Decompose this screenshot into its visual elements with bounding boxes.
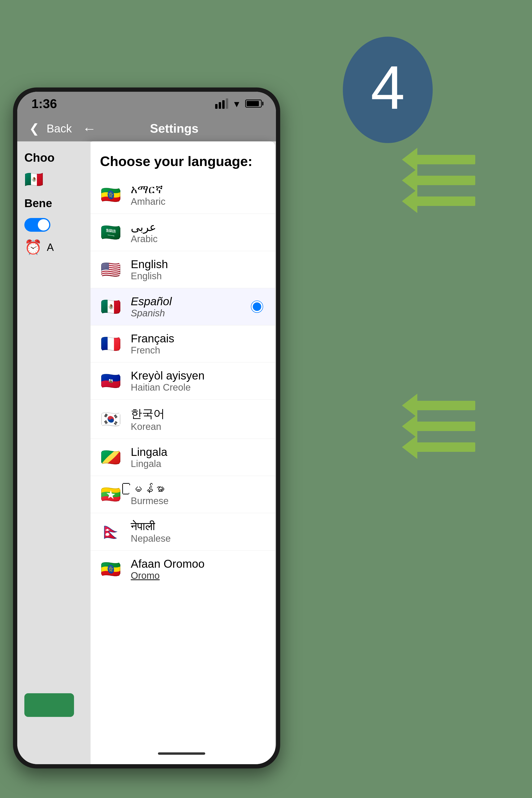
list-item[interactable]: 🇰🇷 한국어 Korean — [88, 400, 275, 439]
list-item[interactable]: 🇨🇬 Lingala Lingala — [88, 439, 275, 476]
back-chevron-icon: ❮ — [29, 121, 39, 135]
flag-amharic: 🇪🇹 — [100, 184, 121, 206]
back-arrow-icon[interactable]: ← — [82, 120, 96, 136]
modal-title: Choose your language: — [88, 141, 275, 176]
signal-icon — [215, 98, 228, 109]
lang-native: Lingala — [131, 445, 263, 458]
list-item[interactable]: 🇲🇲 မြန်မာ Burmese — [88, 476, 275, 513]
lang-native: Français — [131, 332, 263, 345]
lang-english: Burmese — [131, 496, 263, 506]
arrows-top-group — [402, 151, 478, 209]
status-bar: 1:36 ▾ — [17, 92, 276, 115]
arrow-top-1 — [402, 151, 478, 168]
arrow-bottom-3 — [402, 439, 478, 455]
list-item[interactable]: 🇭🇹 Kreyòl ayisyen Haitian Creole — [88, 362, 275, 400]
back-button[interactable]: Back — [46, 122, 72, 135]
nav-bar: ❮ Back ← Settings — [17, 115, 276, 141]
lang-names-spanish: Español Spanish — [131, 295, 251, 319]
arrow-top-2 — [402, 172, 478, 189]
lang-names-haitian: Kreyòl ayisyen Haitian Creole — [131, 369, 263, 393]
lang-english: Oromo — [131, 570, 263, 581]
lang-english: Spanish — [131, 308, 251, 319]
list-item[interactable]: 🇸🇦 عربى Arabic — [88, 214, 275, 251]
arrow-bottom-1 — [402, 397, 478, 414]
flag-arabic: 🇸🇦 — [100, 222, 121, 243]
step-number: 4 — [371, 57, 405, 118]
lang-english: Amharic — [131, 196, 263, 207]
lang-names-burmese: မြန်မာ Burmese — [131, 482, 263, 506]
lang-native: عربى — [131, 221, 263, 234]
lang-names-english: English English — [131, 258, 263, 281]
list-item[interactable]: 🇪🇹 አማርኛ Amharic — [88, 176, 275, 214]
lang-native: Kreyòl ayisyen — [131, 369, 263, 382]
step-badge: 4 — [343, 37, 433, 143]
list-item[interactable]: 🇪🇹 Afaan Oromoo Oromo — [88, 551, 275, 588]
lang-native: Español — [131, 295, 251, 308]
arrow-top-3 — [402, 193, 478, 209]
lang-names-arabic: عربى Arabic — [131, 221, 263, 244]
flag-burmese: 🇲🇲 — [100, 484, 121, 505]
lang-native: አማርኛ — [131, 183, 263, 196]
lang-native: Afaan Oromoo — [131, 557, 263, 570]
language-list: 🇪🇹 አማርኛ Amharic 🇸🇦 عربى Arabic — [88, 176, 275, 764]
list-item[interactable]: 🇫🇷 Français French — [88, 325, 275, 362]
lang-native: English — [131, 258, 263, 271]
flag-korean: 🇰🇷 — [100, 408, 121, 430]
lang-english: Haitian Creole — [131, 382, 263, 393]
status-time: 1:36 — [32, 96, 57, 111]
arrow-bottom-2 — [402, 418, 478, 435]
toggle-switch[interactable] — [24, 218, 50, 232]
arrows-bottom-group — [402, 397, 478, 455]
alarm-icon: ⏰ — [24, 239, 42, 255]
flag-english: 🇺🇸 — [100, 259, 121, 280]
lang-english: French — [131, 345, 263, 356]
status-icons: ▾ — [215, 98, 262, 110]
wifi-icon: ▾ — [234, 98, 239, 110]
lang-names-amharic: አማርኛ Amharic — [131, 183, 263, 207]
battery-icon — [245, 99, 262, 108]
list-item[interactable]: 🇺🇸 English English — [88, 251, 275, 288]
flag-nepalese: 🇳🇵 — [100, 521, 121, 543]
lang-names-lingala: Lingala Lingala — [131, 445, 263, 469]
lang-names-french: Français French — [131, 332, 263, 356]
lang-native: नेपाली — [131, 520, 263, 533]
lang-native: 한국어 — [131, 406, 263, 421]
lang-names-nepalese: नेपाली Nepalese — [131, 520, 263, 544]
nav-title: Settings — [103, 121, 245, 135]
language-modal: Choose your language: 🇪🇹 አማርኛ Amharic 🇸🇦… — [88, 141, 275, 764]
lang-english: Korean — [131, 421, 263, 432]
lang-english: Arabic — [131, 234, 263, 244]
lang-native: မြန်မာ — [131, 482, 263, 496]
lang-english: Nepalese — [131, 533, 263, 544]
scroll-indicator — [158, 753, 205, 755]
flag-lingala: 🇨🇬 — [100, 446, 121, 468]
flag-haitian: 🇭🇹 — [100, 370, 121, 392]
lang-english: English — [131, 271, 263, 281]
lang-names-oromo: Afaan Oromoo Oromo — [131, 557, 263, 581]
green-button[interactable] — [24, 693, 74, 717]
lang-english: Lingala — [131, 458, 263, 469]
phone-frame: 1:36 ▾ ❮ Back ← Settings Choo 🇲🇽 — [13, 88, 280, 768]
flag-french: 🇫🇷 — [100, 333, 121, 355]
radio-selected-indicator — [251, 301, 263, 313]
list-item[interactable]: 🇳🇵 नेपाली Nepalese — [88, 513, 275, 551]
phone-screen: 1:36 ▾ ❮ Back ← Settings Choo 🇲🇽 — [17, 92, 276, 764]
behind-title: Choo — [17, 141, 91, 167]
lang-names-korean: 한국어 Korean — [131, 406, 263, 432]
list-item[interactable]: 🇲🇽 Español Spanish — [88, 288, 275, 325]
flag-spanish: 🇲🇽 — [100, 296, 121, 317]
behind-benefit: Bene — [17, 192, 91, 214]
flag-oromo: 🇪🇹 — [100, 558, 121, 580]
